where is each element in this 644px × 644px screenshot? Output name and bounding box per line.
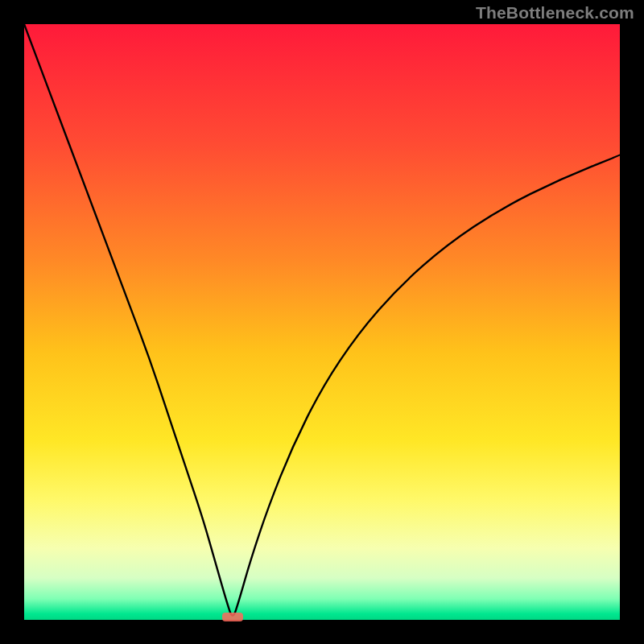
- chart-frame: TheBottleneck.com: [0, 0, 644, 644]
- watermark-label: TheBottleneck.com: [476, 3, 634, 23]
- bottleneck-chart: [0, 0, 644, 644]
- plot-background: [24, 24, 620, 620]
- minimum-marker: [222, 613, 243, 621]
